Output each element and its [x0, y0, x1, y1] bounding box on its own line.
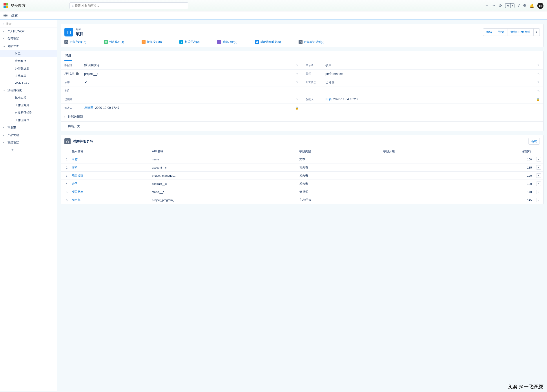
- col-name[interactable]: 显示名称: [70, 148, 150, 155]
- sidebar-item[interactable]: ›工作流操作: [0, 116, 57, 124]
- edit-icon[interactable]: ✎: [296, 81, 299, 84]
- row-menu-button[interactable]: ▾: [536, 173, 541, 178]
- sidebar-item-label: WebHooks: [15, 81, 29, 85]
- app-launcher-icon[interactable]: [4, 14, 7, 18]
- collapse-section[interactable]: ›功能开关: [61, 122, 543, 131]
- field-api: account__c: [150, 163, 297, 172]
- sidebar-search-input[interactable]: [6, 22, 54, 26]
- row-menu-button[interactable]: ▾: [536, 157, 541, 162]
- quick-link-icon: ▦: [104, 40, 108, 44]
- col-sort[interactable]: ↑排序号: [461, 148, 534, 155]
- sidebar-item[interactable]: WebHooks: [0, 80, 57, 87]
- field-name-link[interactable]: 合同: [72, 182, 78, 185]
- sidebar-item-label: 工作流操作: [15, 118, 29, 122]
- value-dev: 已部署: [325, 81, 537, 84]
- row-menu-button[interactable]: ▾: [536, 165, 541, 170]
- edit-button[interactable]: 编辑: [483, 28, 495, 36]
- sidebar-item[interactable]: 外部数据源: [0, 65, 57, 72]
- more-actions-button[interactable]: ▾: [533, 28, 540, 36]
- field-name-link[interactable]: 项目状态: [72, 190, 83, 193]
- field-name-link[interactable]: 项目经理: [72, 174, 83, 177]
- sidebar-item[interactable]: ›审批王: [0, 124, 57, 131]
- new-field-button[interactable]: 新建: [528, 138, 540, 145]
- sidebar-item[interactable]: 对象验证规则: [0, 109, 57, 116]
- quick-link-label: 对象字段(16): [70, 40, 86, 44]
- quick-link[interactable]: ✦对象权限(3): [217, 40, 238, 44]
- object-actions: 编辑 预览 复制OData网址 ▾: [483, 28, 540, 36]
- sidebar-item[interactable]: ›产品管理: [0, 131, 57, 139]
- edit-icon[interactable]: ✎: [296, 72, 299, 75]
- sidebar-item[interactable]: ⌄流程自动化: [0, 87, 57, 94]
- row-number: 3: [61, 172, 70, 180]
- edit-icon[interactable]: ✎: [537, 64, 540, 67]
- help-icon[interactable]: ?: [518, 3, 520, 8]
- field-api: name: [150, 155, 297, 163]
- quick-link[interactable]: ⇄对象流程映射(0): [255, 40, 281, 44]
- col-group[interactable]: 字段分组: [381, 148, 461, 155]
- sidebar-item[interactable]: 应用程序: [0, 57, 57, 65]
- caret-down-icon[interactable]: ▾: [511, 4, 514, 8]
- copy-odata-button[interactable]: 复制OData网址: [507, 28, 533, 36]
- row-menu-button[interactable]: ▾: [536, 198, 541, 202]
- edit-icon[interactable]: ✎: [537, 72, 540, 75]
- fields-title: 对象字段 (16): [73, 139, 93, 143]
- field-sort: 140: [461, 188, 534, 196]
- search-input[interactable]: [75, 4, 186, 7]
- sidebar-item[interactable]: 在线表单: [0, 72, 57, 80]
- sidebar-item[interactable]: 关于: [0, 146, 57, 154]
- sidebar: ⌕ ›个人账户设置›公司设置⌄对象设置对象应用程序外部数据源在线表单WebHoo…: [0, 20, 57, 391]
- tab-detail[interactable]: 详细: [64, 51, 72, 61]
- refresh-icon[interactable]: ⟳: [499, 3, 502, 8]
- edit-icon[interactable]: ✎: [537, 81, 540, 84]
- field-name-link[interactable]: 项目集: [72, 198, 81, 202]
- table-row: 4合同contract__c相关表130▾: [61, 180, 543, 188]
- sidebar-item-label: 批准过程: [15, 96, 26, 100]
- preview-button[interactable]: 预览: [495, 28, 507, 36]
- label-display: 显示名: [306, 63, 325, 67]
- quick-link[interactable]: ≡相关子表(0): [179, 40, 200, 44]
- field-name-link[interactable]: 客户: [72, 166, 78, 169]
- notifications-icon[interactable]: 🔔: [529, 3, 534, 8]
- sidebar-item[interactable]: 对象: [0, 50, 57, 57]
- value-enabled: ✓: [84, 80, 296, 84]
- quick-link[interactable]: ▢对象验证规则(2): [299, 40, 324, 44]
- info-icon[interactable]: i: [76, 72, 79, 75]
- col-api[interactable]: API 名称: [150, 148, 297, 155]
- star-icon[interactable]: ★: [506, 4, 511, 8]
- forward-icon[interactable]: →: [492, 3, 496, 8]
- chevron-icon: ›: [3, 30, 6, 33]
- field-api: project_program_...: [150, 196, 297, 204]
- quick-link-icon: ≡: [179, 40, 183, 44]
- collapse-section[interactable]: ›外部数据源: [61, 112, 543, 122]
- field-group: [381, 172, 461, 180]
- quick-link-label: 相关子表(0): [185, 40, 200, 44]
- field-sort: 145: [461, 196, 534, 204]
- settings-icon[interactable]: ⚙: [523, 3, 526, 8]
- field-group: [381, 155, 461, 163]
- sidebar-item[interactable]: 批准过程: [0, 94, 57, 101]
- quick-link[interactable]: ▦列表视图(4): [104, 40, 124, 44]
- col-type[interactable]: 字段类型: [297, 148, 381, 155]
- edit-icon[interactable]: ✎: [296, 98, 299, 101]
- edit-icon[interactable]: ✎: [296, 64, 299, 67]
- edit-icon[interactable]: ✎: [537, 89, 540, 93]
- quick-link[interactable]: ⎘操作按钮(0): [142, 40, 162, 44]
- field-sort: 115: [461, 163, 534, 172]
- favorites-dropdown[interactable]: ★▾: [505, 3, 514, 8]
- field-name-link[interactable]: 名称: [72, 157, 78, 161]
- back-icon[interactable]: ←: [485, 3, 489, 8]
- sidebar-item[interactable]: ⌄对象设置: [0, 42, 57, 50]
- row-menu-button[interactable]: ▾: [536, 190, 541, 194]
- chevron-right-icon: ›: [64, 125, 66, 128]
- avatar[interactable]: ◐: [537, 3, 543, 9]
- field-api: project_manager...: [150, 172, 297, 180]
- row-menu-button[interactable]: ▾: [536, 182, 541, 186]
- quick-link[interactable]: ▢对象字段(16): [64, 40, 86, 44]
- sidebar-item[interactable]: ›公司设置: [0, 35, 57, 42]
- sidebar-item[interactable]: ›高级设置: [0, 139, 57, 146]
- sidebar-item[interactable]: ›个人账户设置: [0, 27, 57, 35]
- table-row: 6项目集project_program_...主表/子表145▾: [61, 196, 543, 204]
- sidebar-item[interactable]: 工作流规则: [0, 101, 57, 109]
- sidebar-item-label: 高级设置: [7, 141, 19, 145]
- collapse-label: 外部数据源: [68, 115, 83, 119]
